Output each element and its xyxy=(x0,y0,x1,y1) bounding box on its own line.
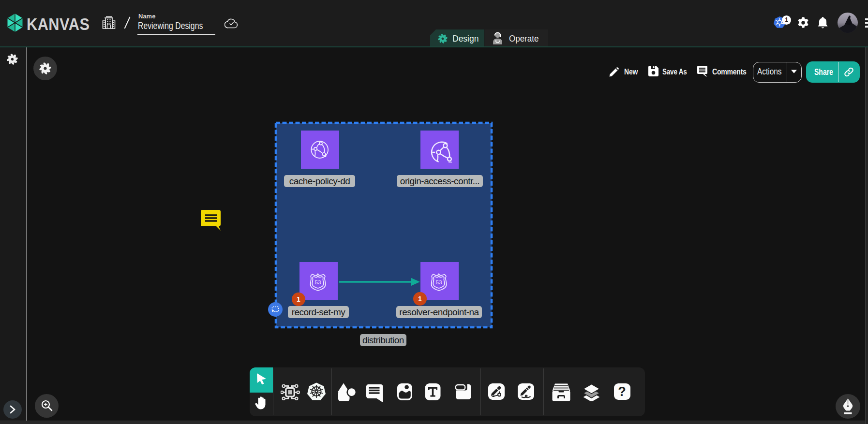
svg-text:53: 53 xyxy=(315,279,321,285)
